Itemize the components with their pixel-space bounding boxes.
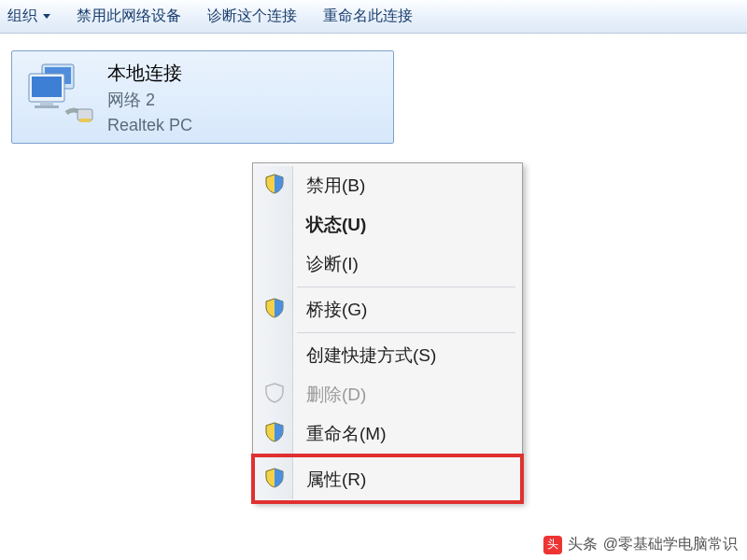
toolbar-organize[interactable]: 组织 — [7, 7, 50, 26]
dropdown-arrow-icon — [43, 14, 50, 19]
shield-outline-icon — [264, 383, 285, 407]
menu-bridge[interactable]: 桥接(G) — [256, 290, 519, 329]
menu-disable[interactable]: 禁用(B) — [256, 166, 519, 205]
menu-properties[interactable]: 属性(R) — [256, 460, 519, 499]
svg-rect-7 — [79, 119, 91, 122]
toolbar-disable-device[interactable]: 禁用此网络设备 — [77, 7, 181, 26]
menu-separator — [297, 332, 515, 333]
menu-status-label: 状态(U) — [293, 213, 366, 237]
watermark: 头 头条 @零基础学电脑常识 — [543, 535, 738, 554]
menu-properties-label: 属性(R) — [293, 468, 366, 492]
toolbar-diagnose-label: 诊断这个连接 — [207, 7, 297, 26]
toolbar-disable-label: 禁用此网络设备 — [77, 7, 181, 26]
svg-rect-3 — [32, 77, 62, 97]
menu-diagnose-label: 诊断(I) — [293, 252, 359, 276]
menu-separator — [297, 287, 515, 287]
connection-adapter: Realtek PC — [107, 113, 192, 138]
shield-icon — [264, 174, 285, 198]
watermark-prefix: 头条 — [568, 535, 598, 554]
connection-network: 网络 2 — [107, 88, 192, 113]
toolbar-diagnose[interactable]: 诊断这个连接 — [207, 7, 297, 26]
toolbar-organize-label: 组织 — [7, 7, 37, 26]
menu-rename-label: 重命名(M) — [293, 422, 386, 446]
network-adapter-icon — [21, 59, 96, 133]
menu-rename[interactable]: 重命名(M) — [256, 414, 519, 454]
watermark-text: @零基础学电脑常识 — [603, 535, 738, 554]
menu-create-shortcut[interactable]: 创建快捷方式(S) — [256, 336, 519, 375]
connection-text: 本地连接 网络 2 Realtek PC — [107, 59, 192, 138]
toolbar-rename[interactable]: 重命名此连接 — [323, 7, 413, 26]
menu-shortcut-label: 创建快捷方式(S) — [293, 343, 436, 368]
menu-bridge-label: 桥接(G) — [293, 298, 367, 322]
content-area: 本地连接 网络 2 Realtek PC 禁用(B) 状态(U) 诊断(I) 桥… — [0, 34, 747, 161]
shield-icon — [264, 298, 285, 322]
menu-delete: 删除(D) — [256, 375, 519, 414]
shield-icon — [264, 468, 285, 492]
menu-separator — [297, 456, 515, 457]
menu-diagnose[interactable]: 诊断(I) — [256, 245, 519, 284]
toolbar-rename-label: 重命名此连接 — [323, 7, 413, 26]
menu-disable-label: 禁用(B) — [293, 174, 365, 198]
shield-icon — [264, 422, 285, 446]
context-menu: 禁用(B) 状态(U) 诊断(I) 桥接(G) 创建快捷方式(S) — [252, 162, 523, 503]
svg-rect-5 — [35, 105, 59, 108]
connection-title: 本地连接 — [107, 61, 192, 86]
menu-status[interactable]: 状态(U) — [256, 205, 519, 245]
watermark-icon: 头 — [543, 536, 562, 554]
connection-item[interactable]: 本地连接 网络 2 Realtek PC — [11, 50, 394, 144]
toolbar: 组织 禁用此网络设备 诊断这个连接 重命名此连接 — [0, 0, 747, 34]
menu-delete-label: 删除(D) — [293, 383, 366, 407]
svg-rect-4 — [40, 102, 53, 105]
